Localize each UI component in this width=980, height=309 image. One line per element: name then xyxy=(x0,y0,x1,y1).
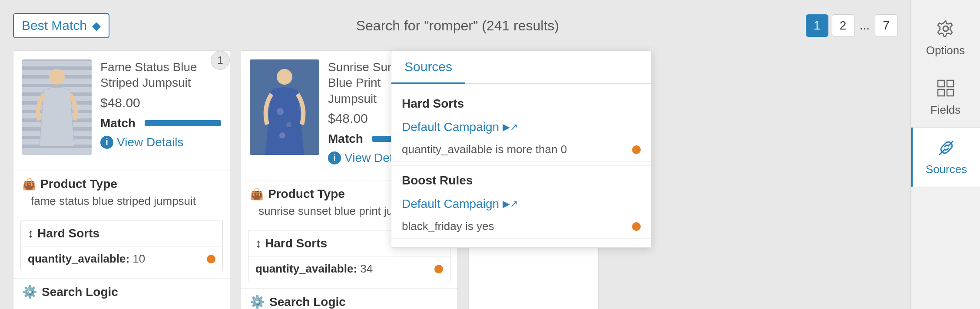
content-area: Best Match ◆ Search for "romper" (241 re… xyxy=(0,0,910,309)
sources-panel: Sources Hard Sorts Default Campaign ▶↗ q… xyxy=(391,50,652,248)
main-container: Best Match ◆ Search for "romper" (241 re… xyxy=(0,0,980,309)
sources-hard-sorts-campaign[interactable]: Default Campaign ▶↗ xyxy=(391,117,651,138)
product-image-1 xyxy=(22,59,92,155)
gear-icon-2: ⚙️ xyxy=(250,295,265,309)
external-link-icon-1: ▶↗ xyxy=(503,122,518,133)
product-name-1: Fame Status Blue Striped Jumpsuit xyxy=(100,59,221,91)
header-bar: Best Match ◆ Search for "romper" (241 re… xyxy=(13,13,897,38)
orange-dot-sources-2 xyxy=(632,222,641,231)
svg-point-14 xyxy=(277,69,292,85)
orange-dot-2 xyxy=(434,265,443,273)
options-label: Options xyxy=(926,44,965,57)
sources-label: Sources xyxy=(926,163,967,176)
info-icon-1: i xyxy=(100,136,113,149)
svg-rect-22 xyxy=(947,80,954,87)
products-grid: 1 Fame Status Blue Striped Jumpsuit $48.… xyxy=(13,50,897,309)
info-icon-2: i xyxy=(328,151,341,164)
svg-rect-24 xyxy=(947,89,954,96)
sidebar-item-sources[interactable]: Sources xyxy=(911,128,980,187)
chevron-down-icon: ◆ xyxy=(92,19,101,33)
product-image-2 xyxy=(250,59,319,155)
gear-icon-sidebar xyxy=(936,19,955,44)
match-label-1: Match xyxy=(100,116,139,130)
match-row-1: Match xyxy=(100,116,221,130)
product-rank-1: 1 xyxy=(211,51,230,70)
link-icon-sidebar xyxy=(937,138,956,163)
hard-sorts-section-1: ↕ Hard Sorts quantity_available: 10 xyxy=(20,220,223,271)
product-price-1: $48.00 xyxy=(100,95,221,110)
search-logic-section-2: ⚙️ Search Logic xyxy=(241,288,457,309)
pagination: 1 2 ... 7 xyxy=(806,14,897,37)
svg-point-20 xyxy=(943,26,948,31)
sources-divider xyxy=(391,165,651,166)
grid-icon-sidebar xyxy=(936,79,955,103)
page-1-button[interactable]: 1 xyxy=(806,14,828,37)
quantity-label-2: quantity_available: 34 xyxy=(255,262,373,276)
search-title: Search for "romper" (241 results) xyxy=(109,18,806,34)
sources-content: Hard Sorts Default Campaign ▶↗ quantity_… xyxy=(391,84,651,247)
orange-dot-1 xyxy=(207,255,215,263)
sidebar-right: Options Fields xyxy=(910,0,980,309)
hard-sorts-row-2: quantity_available: 34 xyxy=(248,256,450,281)
bag-icon-2: 👜 xyxy=(250,187,264,201)
sources-hard-sorts-rule: quantity_available is more than 0 xyxy=(391,138,651,162)
sources-boost-campaign[interactable]: Default Campaign ▶↗ xyxy=(391,194,651,214)
match-label-2: Match xyxy=(328,132,367,146)
sources-tabs: Sources xyxy=(391,51,651,84)
view-details-1[interactable]: i View Details xyxy=(100,135,221,149)
sources-boost-title: Boost Rules xyxy=(391,169,651,194)
hard-sorts-row-1: quantity_available: 10 xyxy=(21,247,222,271)
svg-rect-21 xyxy=(938,80,944,87)
sort-icon-2: ↕ xyxy=(255,237,262,250)
page-2-button[interactable]: 2 xyxy=(832,14,854,37)
sources-hard-sorts-title: Hard Sorts xyxy=(391,92,651,117)
match-bar-1 xyxy=(145,120,221,126)
bag-icon-1: 👜 xyxy=(22,178,36,191)
quantity-label-1: quantity_available: 10 xyxy=(28,252,145,266)
external-link-icon-2: ▶↗ xyxy=(503,198,518,210)
svg-point-15 xyxy=(277,108,284,115)
svg-rect-23 xyxy=(938,89,944,96)
sources-tab[interactable]: Sources xyxy=(391,51,465,83)
search-logic-section-1: ⚙️ Search Logic xyxy=(13,278,230,305)
hard-sorts-header-1: ↕ Hard Sorts xyxy=(21,220,222,247)
page-7-button[interactable]: 7 xyxy=(875,14,897,37)
fields-label: Fields xyxy=(930,103,960,117)
pagination-dots: ... xyxy=(858,19,871,33)
sources-boost-rule: black_friday is yes xyxy=(391,214,651,239)
product-type-value-1: fame status blue striped jumpsuit xyxy=(22,194,221,214)
sidebar-item-fields[interactable]: Fields xyxy=(911,68,980,128)
product-card-1: 1 Fame Status Blue Striped Jumpsuit $48.… xyxy=(13,50,230,309)
svg-point-12 xyxy=(49,69,65,85)
product-type-section-1: 👜 Product Type fame status blue striped … xyxy=(13,171,230,220)
svg-point-16 xyxy=(286,122,291,127)
sort-label: Best Match xyxy=(22,18,87,33)
sidebar-item-options[interactable]: Options xyxy=(911,9,980,68)
sort-dropdown[interactable]: Best Match ◆ xyxy=(13,13,109,38)
product-info-1: Fame Status Blue Striped Jumpsuit $48.00… xyxy=(100,59,221,155)
sort-icon-1: ↕ xyxy=(28,227,34,240)
gear-icon-1: ⚙️ xyxy=(22,285,37,299)
svg-point-17 xyxy=(279,132,285,138)
orange-dot-sources-1 xyxy=(632,145,641,154)
product-type-header-1: 👜 Product Type xyxy=(22,177,221,191)
